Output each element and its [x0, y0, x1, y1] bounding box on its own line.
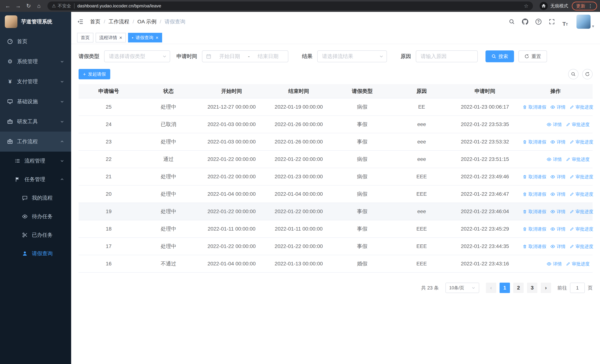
sidebar-item-done-tasks[interactable]: 已办任务 [0, 226, 71, 244]
refresh-table-button[interactable] [582, 69, 593, 79]
approval-progress-link[interactable]: 审批进度 [570, 104, 593, 110]
cancel-leave-link[interactable]: 取消请假 [523, 191, 546, 197]
bookmark-star-icon[interactable]: ☆ [524, 3, 528, 9]
cancel-leave-link[interactable]: 取消请假 [523, 209, 546, 215]
sidebar-item-payment[interactable]: ¥ 支付管理 [0, 72, 71, 92]
start-date-placeholder[interactable]: 开始日期 [214, 53, 246, 60]
approval-progress-link[interactable]: 审批进度 [566, 121, 590, 128]
cell-reason: EEE [392, 238, 451, 255]
page-button-3[interactable]: 3 [527, 283, 537, 293]
sidebar-collapse-button[interactable] [77, 19, 83, 25]
sidebar-item-infra[interactable]: 基础设施 [0, 92, 71, 112]
approval-progress-link[interactable]: 审批进度 [570, 139, 593, 145]
cell-end: 2022-01-11 00:00:00 [265, 220, 332, 238]
sidebar-item-system[interactable]: ⚙ 系统管理 [0, 52, 71, 72]
header: 首页 / 工作流程 / OA 示例 / 请假查询 ? TT ▾ [71, 12, 600, 31]
approval-progress-link[interactable]: 审批进度 [566, 261, 590, 267]
sidebar-item-leave-query[interactable]: 请假查询 [0, 244, 71, 263]
cancel-leave-link[interactable]: 取消请假 [523, 174, 546, 180]
toolbox-icon [7, 119, 13, 125]
sidebar-item-devtools[interactable]: 研发工具 [0, 112, 71, 131]
detail-link[interactable]: 详情 [547, 121, 562, 128]
chevron-up-icon [60, 140, 64, 144]
close-icon[interactable]: × [156, 35, 159, 40]
tab-home[interactable]: 首页 [77, 33, 94, 42]
detail-link[interactable]: 详情 [550, 226, 565, 232]
browser-reload-button[interactable]: ↻ [24, 1, 33, 11]
detail-link[interactable]: 详情 [550, 209, 565, 215]
user-menu[interactable]: ▾ [576, 15, 594, 29]
detail-link[interactable]: 详情 [547, 156, 562, 162]
end-date-placeholder[interactable]: 结束日期 [252, 53, 284, 60]
cell-start: 2022-01-11 00:00:00 [198, 220, 265, 238]
help-icon[interactable]: ? [534, 17, 544, 27]
breadcrumb-home[interactable]: 首页 [90, 18, 100, 25]
approval-progress-link[interactable]: 审批进度 [570, 243, 593, 250]
approval-progress-link[interactable]: 审批进度 [566, 156, 590, 162]
header-search-button[interactable] [507, 17, 517, 27]
tab-process-detail[interactable]: 流程详情 × [96, 33, 126, 42]
approval-progress-link[interactable]: 审批进度 [570, 174, 593, 180]
site-security-indicator[interactable]: ⚠ 不安全 [52, 3, 71, 9]
app-logo[interactable]: 芋道管理系统 [0, 12, 71, 31]
approval-progress-link[interactable]: 审批进度 [570, 226, 593, 232]
sidebar-item-home[interactable]: 首页 [0, 31, 71, 52]
table-row: 17处理中2022-01-22 00:00:002022-01-22 00:00… [79, 238, 593, 255]
sidebar-item-label: 首页 [17, 38, 28, 45]
close-icon[interactable]: × [119, 35, 122, 40]
detail-link[interactable]: 详情 [550, 243, 565, 250]
detail-link[interactable]: 详情 [550, 191, 565, 197]
tab-leave-query[interactable]: ● 请假查询 × [128, 33, 162, 42]
detail-link[interactable]: 详情 [550, 139, 565, 145]
cancel-leave-link[interactable]: 取消请假 [523, 243, 546, 250]
browser-back-button[interactable]: ← [3, 1, 13, 11]
briefcase-icon [7, 139, 13, 145]
approval-progress-link[interactable]: 审批进度 [570, 209, 593, 215]
breadcrumb-workflow[interactable]: 工作流程 [109, 18, 129, 25]
page-size-select[interactable]: 10条/页 [445, 283, 479, 293]
chevron-up-icon [60, 177, 64, 181]
sidebar-item-my-processes[interactable]: 我的流程 [0, 189, 71, 207]
browser-update-menu-button[interactable]: 更新 ⋮ [572, 2, 597, 10]
cell-type: 病假 [332, 150, 392, 168]
cell-reason: eee [392, 133, 451, 150]
sidebar-item-workflow[interactable]: 工作流程 [0, 131, 71, 152]
prev-page-button[interactable]: ‹ [486, 283, 496, 293]
sidebar-item-pending-tasks[interactable]: 待办任务 [0, 207, 71, 226]
page-button-2[interactable]: 2 [513, 283, 524, 293]
edit-icon [566, 122, 570, 127]
detail-link[interactable]: 详情 [550, 104, 565, 110]
breadcrumb-oa-example[interactable]: OA 示例 [138, 18, 157, 25]
result-select[interactable]: 请选择流结果 [317, 50, 387, 62]
next-page-button[interactable]: › [541, 283, 551, 293]
edit-icon [570, 244, 574, 249]
cell-applied: 2022-01-22 23:44:35 [451, 238, 518, 255]
page-button-1[interactable]: 1 [500, 283, 510, 293]
apply-time-range-picker[interactable]: 开始日期 - 结束日期 [202, 50, 288, 62]
create-leave-button[interactable]: + 发起请假 [79, 69, 110, 79]
sidebar-item-process-mgmt[interactable]: 流程管理 [0, 152, 71, 170]
browser-home-button[interactable]: ⌂ [34, 1, 44, 11]
address-bar[interactable]: ⚠ 不安全 dashboard.yudao.iocoder.cn/bpm/oa/… [47, 1, 533, 10]
cell-end: 2022-01-13 00:00:00 [265, 255, 332, 272]
cell-status: 处理中 [139, 185, 198, 203]
cancel-leave-link[interactable]: 取消请假 [523, 226, 546, 232]
leave-type-select[interactable]: 请选择请假类型 [104, 50, 170, 62]
approval-progress-link[interactable]: 审批进度 [570, 191, 593, 197]
toggle-search-button[interactable] [568, 69, 579, 79]
cancel-leave-link[interactable]: 取消请假 [523, 139, 546, 145]
goto-page-input[interactable] [570, 283, 585, 293]
search-button[interactable]: 搜索 [486, 50, 514, 62]
total-count: 共 23 条 [421, 285, 439, 291]
detail-link[interactable]: 详情 [547, 261, 562, 267]
reason-input[interactable] [421, 53, 473, 59]
fullscreen-icon[interactable] [547, 17, 557, 27]
sidebar-item-task-mgmt[interactable]: 任务管理 [0, 170, 71, 189]
reset-button[interactable]: 重置 [518, 50, 547, 62]
detail-link[interactable]: 详情 [550, 174, 565, 180]
font-size-icon[interactable]: TT [560, 17, 570, 27]
github-icon[interactable] [520, 17, 530, 27]
cell-start: 2022-01-04 00:00:00 [198, 255, 265, 272]
browser-forward-button[interactable]: → [13, 1, 23, 11]
cancel-leave-link[interactable]: 取消请假 [523, 104, 546, 110]
